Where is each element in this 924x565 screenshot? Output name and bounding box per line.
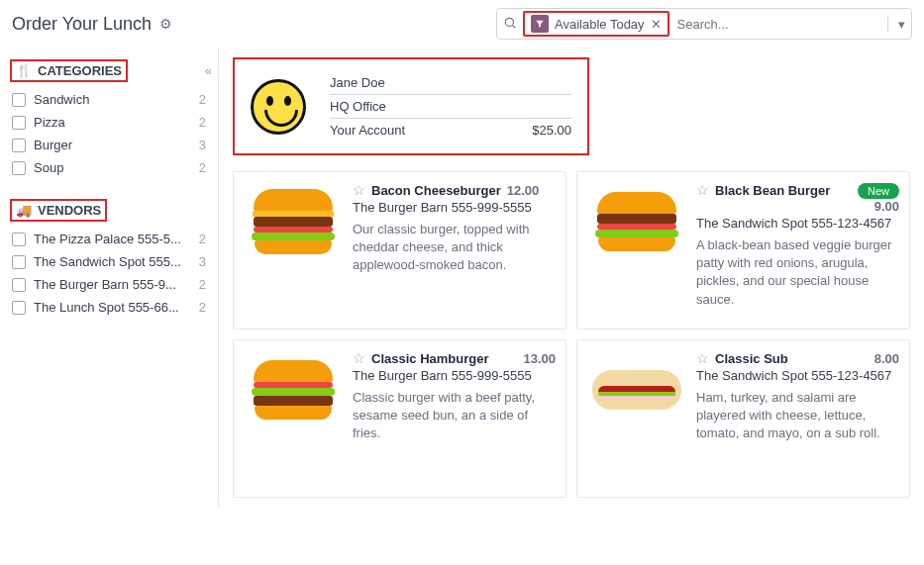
categories-section: 🍴 CATEGORIES Sandwich 2 Pizza 2 Burger 3…: [10, 59, 208, 179]
search-bar[interactable]: Available Today ✕ ▾: [496, 8, 912, 40]
product-image: [587, 182, 686, 261]
product-card[interactable]: ☆ Black Bean Burger New 9.00 The Sandwic…: [576, 171, 910, 330]
category-count: 3: [199, 138, 206, 152]
product-desc: A black-bean based veggie burger patty w…: [696, 236, 899, 309]
product-price: 13.00: [523, 351, 556, 366]
account-balance-row: Your Account $25.00: [330, 119, 571, 141]
vendor-label: The Pizza Palace 555-5...: [34, 232, 191, 246]
product-vendor: The Burger Barn 555-999-5555: [353, 368, 556, 383]
checkbox-icon[interactable]: [12, 161, 26, 175]
gear-icon[interactable]: ⚙: [159, 16, 172, 32]
product-card[interactable]: ☆ Bacon Cheeseburger 12.00 The Burger Ba…: [233, 171, 566, 330]
category-label: Soup: [34, 160, 191, 175]
vendor-item[interactable]: The Lunch Spot 555-66... 2: [10, 296, 208, 319]
burger-icon: [595, 192, 678, 251]
product-body: ☆ Black Bean Burger New 9.00 The Sandwic…: [696, 182, 899, 319]
product-head: ☆ Classic Sub 8.00: [696, 350, 899, 366]
account-label: Your Account: [330, 123, 405, 138]
product-vendor: The Sandwich Spot 555-123-4567: [696, 368, 899, 383]
star-icon[interactable]: ☆: [696, 182, 709, 198]
close-icon[interactable]: ✕: [651, 17, 662, 32]
product-price: 9.00: [696, 199, 899, 214]
checkbox-icon[interactable]: [12, 116, 26, 130]
account-name: Jane Doe: [330, 75, 385, 90]
product-body: ☆ Classic Sub 8.00 The Sandwich Spot 555…: [696, 350, 899, 487]
utensils-icon: 🍴: [16, 63, 32, 78]
product-name: Bacon Cheeseburger: [371, 183, 501, 198]
product-image: [244, 182, 343, 261]
filter-chip-label: Available Today: [555, 17, 645, 32]
product-image: [244, 350, 343, 429]
checkbox-icon[interactable]: [12, 93, 26, 107]
vendor-count: 2: [199, 300, 206, 315]
category-item[interactable]: Burger 3: [10, 134, 208, 156]
checkbox-icon[interactable]: [12, 139, 26, 152]
chevron-down-icon[interactable]: ▾: [887, 17, 905, 32]
account-location-row: HQ Office: [330, 95, 571, 119]
checkbox-icon[interactable]: [12, 255, 26, 269]
new-badge: New: [858, 183, 899, 199]
filter-icon: [531, 15, 549, 33]
vendor-label: The Lunch Spot 555-66...: [34, 300, 191, 315]
main: « 🍴 CATEGORIES Sandwich 2 Pizza 2 Burger…: [0, 47, 924, 508]
account-box: Jane Doe HQ Office Your Account $25.00: [233, 57, 589, 155]
avatar: [251, 79, 306, 135]
header: Order Your Lunch ⚙ Available Today ✕ ▾: [0, 0, 924, 47]
category-count: 2: [199, 92, 206, 107]
account-location: HQ Office: [330, 99, 386, 114]
star-icon[interactable]: ☆: [353, 350, 365, 366]
category-item[interactable]: Sandwich 2: [10, 88, 208, 111]
vendors-title-text: VENDORS: [38, 203, 101, 218]
search-input[interactable]: [675, 16, 877, 33]
product-card[interactable]: ☆ Classic Sub 8.00 The Sandwich Spot 555…: [576, 339, 910, 498]
svg-line-1: [513, 25, 516, 28]
account-name-row: Jane Doe: [330, 71, 571, 95]
product-head: ☆ Black Bean Burger New: [696, 182, 899, 199]
product-price: 12.00: [507, 183, 540, 198]
vendor-count: 2: [199, 232, 206, 246]
product-vendor: The Sandwich Spot 555-123-4567: [696, 216, 899, 231]
product-name: Classic Hamburger: [371, 351, 489, 366]
vendor-count: 2: [199, 277, 206, 292]
vendor-label: The Burger Barn 555-9...: [34, 277, 191, 292]
account-balance: $25.00: [532, 123, 571, 138]
vendors-section: 🚚 VENDORS The Pizza Palace 555-5... 2 Th…: [10, 199, 208, 319]
product-price: 8.00: [874, 351, 899, 366]
vendor-label: The Sandwich Spot 555...: [34, 254, 191, 269]
page-title: Order Your Lunch ⚙: [12, 14, 172, 35]
sub-icon: [592, 370, 681, 410]
product-head: ☆ Bacon Cheeseburger 12.00: [353, 182, 556, 198]
collapse-icon[interactable]: «: [205, 63, 212, 78]
product-desc: Ham, turkey, and salami are playered wit…: [696, 389, 899, 443]
account-info: Jane Doe HQ Office Your Account $25.00: [330, 71, 571, 141]
title-text: Order Your Lunch: [12, 14, 152, 35]
star-icon[interactable]: ☆: [353, 182, 365, 198]
category-item[interactable]: Pizza 2: [10, 111, 208, 134]
vendor-item[interactable]: The Burger Barn 555-9... 2: [10, 273, 208, 296]
vendors-title: 🚚 VENDORS: [10, 199, 107, 222]
vendor-item[interactable]: The Pizza Palace 555-5... 2: [10, 228, 208, 250]
sidebar: « 🍴 CATEGORIES Sandwich 2 Pizza 2 Burger…: [0, 47, 218, 508]
star-icon[interactable]: ☆: [696, 350, 709, 366]
checkbox-icon[interactable]: [12, 301, 26, 315]
checkbox-icon[interactable]: [12, 233, 26, 246]
product-body: ☆ Bacon Cheeseburger 12.00 The Burger Ba…: [353, 182, 556, 319]
svg-point-0: [505, 18, 513, 26]
categories-title: 🍴 CATEGORIES: [10, 59, 128, 82]
vendor-item[interactable]: The Sandwich Spot 555... 3: [10, 250, 208, 273]
content: Jane Doe HQ Office Your Account $25.00: [218, 47, 924, 508]
filter-chip[interactable]: Available Today ✕: [523, 11, 669, 37]
vendor-count: 3: [199, 254, 206, 269]
checkbox-icon[interactable]: [12, 278, 26, 292]
categories-title-text: CATEGORIES: [38, 63, 122, 78]
category-label: Pizza: [34, 115, 191, 130]
product-name: Classic Sub: [715, 351, 788, 366]
burger-icon: [252, 360, 335, 420]
search-icon: [503, 16, 517, 33]
category-count: 2: [199, 160, 206, 175]
product-body: ☆ Classic Hamburger 13.00 The Burger Bar…: [353, 350, 556, 487]
product-vendor: The Burger Barn 555-999-5555: [353, 200, 556, 215]
category-item[interactable]: Soup 2: [10, 156, 208, 179]
product-card[interactable]: ☆ Classic Hamburger 13.00 The Burger Bar…: [233, 339, 566, 498]
product-name: Black Bean Burger: [715, 183, 830, 198]
